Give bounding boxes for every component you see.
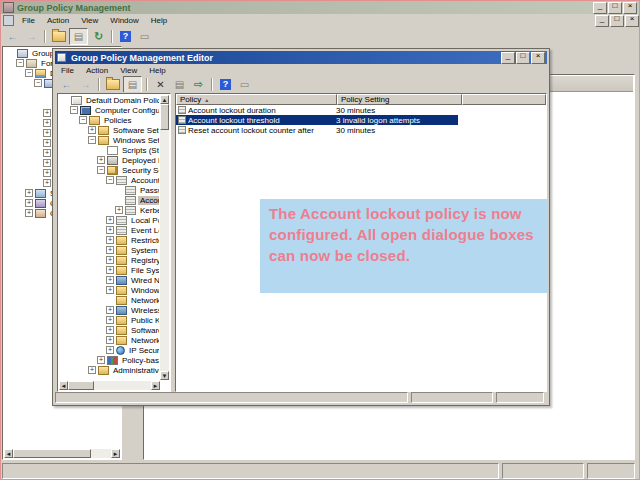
expand-icon[interactable]: + — [43, 129, 51, 137]
expand-icon[interactable]: + — [106, 316, 114, 324]
close-button[interactable]: × — [625, 15, 639, 27]
expand-icon[interactable]: + — [106, 226, 114, 234]
forward-icon[interactable]: → — [77, 77, 94, 92]
close-button[interactable]: × — [623, 2, 637, 14]
tree-item-windows-fi[interactable]: +Windows Fi — [59, 285, 159, 295]
tree-item-event-log[interactable]: +Event Log — [59, 225, 159, 235]
menu-view[interactable]: View — [75, 15, 104, 26]
tree-item-wired-netw[interactable]: +Wired Netw — [59, 275, 159, 285]
menu-help[interactable]: Help — [145, 15, 173, 26]
tree-item-computer-configuration[interactable]: −Computer Configuration — [59, 105, 159, 115]
menu-file[interactable]: File — [55, 65, 80, 76]
tree-item-registry[interactable]: +Registry — [59, 255, 159, 265]
collapse-icon[interactable]: − — [79, 116, 87, 124]
expand-icon[interactable]: + — [97, 156, 105, 164]
tree-item-restricted-g[interactable]: +Restricted G — [59, 235, 159, 245]
scroll-up-icon[interactable]: ▲ — [160, 95, 169, 104]
tree-item-wireless-ne[interactable]: +Wireless Ne — [59, 305, 159, 315]
tree-item-deployed-printe[interactable]: +Deployed Printe — [59, 155, 159, 165]
forward-icon[interactable]: → — [23, 29, 40, 44]
menu-action[interactable]: Action — [41, 15, 75, 26]
restore-button[interactable]: □ — [610, 15, 624, 27]
column-header-policy[interactable]: Policy ▴ — [176, 94, 337, 105]
expand-icon[interactable]: + — [43, 139, 51, 147]
collapse-icon[interactable]: − — [34, 79, 42, 87]
tree-item-scripts-startup[interactable]: Scripts (Startup — [59, 145, 159, 155]
tree-item-ip-security[interactable]: +IP Security — [59, 345, 159, 355]
expand-icon[interactable]: + — [43, 179, 51, 187]
policy-row-account-lockout-threshold[interactable]: Account lockout threshold3 invalid logon… — [176, 115, 458, 125]
expand-icon[interactable]: + — [106, 286, 114, 294]
tree-item-network-lis[interactable]: Network Lis — [59, 295, 159, 305]
expand-icon[interactable]: + — [88, 126, 96, 134]
show-console-tree-icon[interactable]: ▤ — [123, 76, 142, 93]
tree-item-administrative-temp[interactable]: +Administrative Temp — [59, 365, 159, 375]
back-icon[interactable]: ← — [58, 77, 75, 92]
expand-icon[interactable]: + — [43, 109, 51, 117]
export-list-icon[interactable]: ⇨ — [190, 77, 207, 92]
gpme-tree-vscrollbar[interactable]: ▲ ▼ — [160, 95, 169, 380]
tree-item-network-ac[interactable]: +Network Ac — [59, 335, 159, 345]
expand-icon[interactable]: + — [106, 256, 114, 264]
tree-item-default-domain-policy-dc1-es-r[interactable]: Default Domain Policy [dc1.es-r — [59, 95, 159, 105]
collapse-icon[interactable]: − — [16, 59, 24, 67]
collapse-icon[interactable]: − — [97, 166, 105, 174]
expand-icon[interactable]: + — [43, 159, 51, 167]
tree-item-local-policie[interactable]: +Local Policie — [59, 215, 159, 225]
scroll-left-icon[interactable]: ◄ — [4, 449, 13, 458]
expand-icon[interactable]: + — [106, 326, 114, 334]
menu-file[interactable]: File — [16, 15, 41, 26]
back-icon[interactable]: ← — [4, 29, 21, 44]
expand-icon[interactable]: + — [97, 356, 105, 364]
expand-icon[interactable]: + — [25, 209, 33, 217]
minimize-button[interactable]: _ — [595, 15, 609, 27]
tree-item-kerbero[interactable]: +Kerbero — [59, 205, 159, 215]
tree-item-software-settings[interactable]: +Software Settings — [59, 125, 159, 135]
window-icon[interactable]: ▭ — [136, 29, 153, 44]
collapse-icon[interactable]: − — [88, 136, 96, 144]
expand-icon[interactable]: + — [106, 236, 114, 244]
window-icon[interactable]: ▭ — [236, 77, 253, 92]
expand-icon[interactable]: + — [43, 149, 51, 157]
tree-item-security-setting[interactable]: −Security Setting — [59, 165, 159, 175]
scroll-right-icon[interactable]: ► — [111, 449, 120, 458]
properties-icon[interactable]: ▤ — [171, 77, 188, 92]
up-one-level-icon[interactable] — [104, 77, 121, 92]
scroll-track[interactable] — [94, 381, 151, 390]
gpme-tree-hscrollbar[interactable]: ◄ ► — [59, 381, 160, 390]
scroll-thumb[interactable] — [68, 381, 94, 390]
tree-item-passwo[interactable]: Passwo — [59, 185, 159, 195]
expand-icon[interactable]: + — [25, 189, 33, 197]
column-header-blank[interactable] — [462, 94, 546, 105]
expand-icon[interactable]: + — [25, 199, 33, 207]
scroll-down-icon[interactable]: ▼ — [160, 371, 169, 380]
menu-window[interactable]: Window — [104, 15, 144, 26]
expand-icon[interactable]: + — [106, 346, 114, 354]
expand-icon[interactable]: + — [88, 366, 96, 374]
minimize-button[interactable]: _ — [501, 52, 515, 64]
tree-item-account-pol[interactable]: −Account Pol — [59, 175, 159, 185]
up-one-level-icon[interactable] — [50, 29, 67, 44]
collapse-icon[interactable]: − — [70, 106, 78, 114]
menu-help[interactable]: Help — [143, 65, 171, 76]
menu-action[interactable]: Action — [80, 65, 114, 76]
minimize-button[interactable]: _ — [593, 2, 607, 14]
collapse-icon[interactable]: − — [106, 176, 114, 184]
expand-icon[interactable]: + — [106, 306, 114, 314]
tree-item-windows-settings[interactable]: −Windows Settings — [59, 135, 159, 145]
refresh-icon[interactable]: ↻ — [90, 29, 107, 44]
expand-icon[interactable]: + — [43, 169, 51, 177]
menu-view[interactable]: View — [114, 65, 143, 76]
scroll-left-icon[interactable]: ◄ — [59, 381, 68, 390]
maximize-button[interactable]: □ — [516, 52, 530, 64]
scroll-thumb[interactable] — [13, 449, 91, 458]
policy-row-account-lockout-duration[interactable]: Account lockout duration30 minutes — [176, 105, 458, 115]
column-header-policy-setting[interactable]: Policy Setting — [337, 94, 462, 105]
tree-item-policies[interactable]: −Policies — [59, 115, 159, 125]
scroll-track[interactable] — [91, 449, 111, 458]
child-window-icon[interactable] — [3, 15, 14, 26]
expand-icon[interactable]: + — [106, 246, 114, 254]
tree-item-public-key-p[interactable]: +Public Key P — [59, 315, 159, 325]
tree-item-system-ser[interactable]: +System Ser — [59, 245, 159, 255]
tree-item-file-system[interactable]: +File System — [59, 265, 159, 275]
